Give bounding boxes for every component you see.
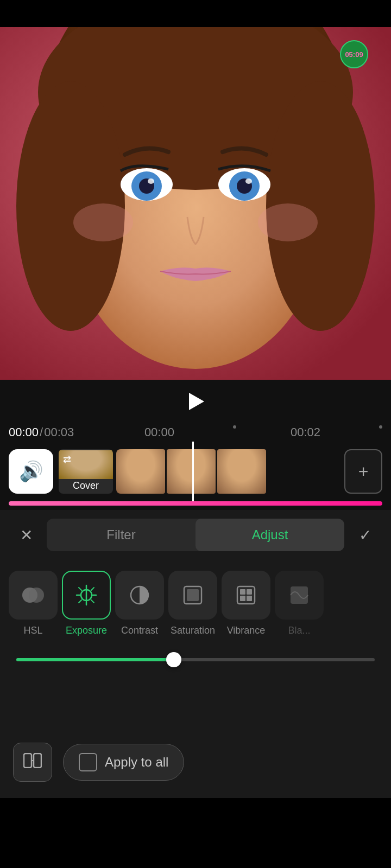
timer-text: 05:09 — [345, 50, 363, 59]
svg-point-14 — [245, 178, 252, 184]
video-preview: 05:09 — [0, 27, 391, 380]
tab-bar: ✕ Filter Adjust ✓ — [0, 510, 391, 560]
tab-filter[interactable]: Filter — [47, 519, 195, 551]
svg-line-24 — [79, 588, 81, 590]
confirm-button[interactable]: ✓ — [350, 520, 380, 550]
vibrance-label: Vibrance — [227, 625, 266, 636]
saturation-icon-wrap — [168, 571, 217, 620]
top-bar — [0, 0, 391, 27]
marker-dot-1 — [233, 425, 236, 429]
contrast-icon — [128, 583, 152, 607]
tool-blacks[interactable]: Bla... — [275, 571, 324, 636]
tab-adjust[interactable]: Adjust — [195, 519, 344, 551]
apply-to-all-checkbox[interactable] — [79, 753, 97, 771]
exposure-icon — [74, 583, 98, 607]
marker-2: 00:02 — [291, 425, 320, 439]
total-time: 00:03 — [44, 425, 74, 439]
tab-filter-label: Filter — [106, 527, 135, 542]
split-compare-icon — [23, 753, 42, 772]
timeline-area: 00:00 / 00:03 00:00 00:02 🔊 Cover ⇄ — [0, 423, 391, 510]
split-compare-button[interactable] — [13, 743, 52, 782]
filmstrip-frame-3 — [217, 449, 266, 494]
tool-saturation[interactable]: Saturation — [168, 571, 217, 636]
play-controls — [0, 380, 391, 423]
blacks-icon — [287, 583, 311, 607]
cover-label: Cover — [72, 479, 100, 493]
adjust-tools: HSL Exposure — [0, 560, 391, 647]
svg-rect-38 — [24, 754, 31, 768]
close-button[interactable]: ✕ — [11, 520, 41, 550]
marker-1: 00:00 — [144, 425, 174, 439]
exposure-slider-fill — [16, 658, 174, 661]
svg-line-26 — [91, 588, 94, 590]
play-icon — [189, 393, 204, 410]
tool-contrast[interactable]: Contrast — [115, 571, 164, 636]
exposure-label: Exposure — [66, 625, 107, 636]
audio-icon: 🔊 — [19, 460, 43, 483]
svg-rect-36 — [247, 596, 252, 601]
apply-to-all-label: Apply to all — [105, 755, 168, 770]
tool-hsl[interactable]: HSL — [9, 571, 58, 636]
svg-line-25 — [91, 600, 94, 603]
tool-vibrance[interactable]: Vibrance — [222, 571, 270, 636]
cover-thumbnail[interactable]: Cover ⇄ — [59, 449, 113, 494]
exposure-slider-track[interactable] — [16, 658, 375, 661]
exposure-slider-area — [0, 647, 391, 672]
contrast-label: Contrast — [121, 625, 158, 636]
timer-badge: 05:09 — [340, 40, 368, 68]
add-clip-button[interactable]: + — [344, 449, 382, 494]
svg-point-15 — [73, 203, 133, 241]
svg-rect-35 — [240, 596, 245, 601]
vibrance-icon-wrap — [222, 571, 270, 620]
saturation-label: Saturation — [171, 625, 215, 636]
saturation-icon — [181, 583, 205, 607]
play-button[interactable] — [184, 390, 207, 413]
exposure-icon-wrap — [62, 571, 111, 620]
current-time: 00:00 — [9, 425, 39, 439]
blacks-label: Bla... — [288, 625, 310, 636]
svg-rect-34 — [247, 589, 252, 595]
split-icon — [23, 753, 42, 768]
timeline-markers: 00:00 00:02 — [144, 425, 382, 439]
filmstrip-frame-1 — [116, 449, 165, 494]
svg-point-16 — [258, 203, 318, 241]
tab-adjust-label: Adjust — [252, 527, 288, 542]
close-icon: ✕ — [20, 526, 33, 544]
bottom-actions: Apply to all — [0, 726, 391, 798]
svg-rect-33 — [240, 589, 245, 595]
tool-exposure[interactable]: Exposure — [62, 571, 111, 636]
timeline-cursor — [192, 442, 194, 501]
hsl-icon-wrap — [9, 571, 58, 620]
vibrance-icon — [234, 583, 258, 607]
swap-icon: ⇄ — [63, 454, 76, 467]
svg-point-13 — [148, 178, 154, 184]
marker-dot-2 — [379, 425, 382, 429]
add-clip-icon: + — [358, 462, 369, 482]
exposure-slider-thumb[interactable] — [166, 652, 181, 667]
contrast-icon-wrap — [115, 571, 164, 620]
tab-group: Filter Adjust — [47, 519, 344, 551]
timeline-track[interactable]: 🔊 Cover ⇄ + — [0, 442, 391, 501]
svg-point-18 — [29, 588, 44, 603]
svg-rect-39 — [34, 754, 41, 768]
svg-line-27 — [79, 600, 81, 603]
clip-color-strip — [9, 501, 382, 506]
time-separator: / — [40, 425, 43, 439]
filmstrip — [116, 449, 340, 494]
hsl-label: HSL — [23, 625, 42, 636]
svg-rect-32 — [237, 586, 255, 604]
blacks-icon-wrap — [275, 571, 324, 620]
timeline-timestamps: 00:00 / 00:03 00:00 00:02 — [0, 423, 391, 442]
svg-rect-31 — [187, 589, 199, 601]
filmstrip-frame-2 — [167, 449, 216, 494]
bottom-panel: ✕ Filter Adjust ✓ HSL — [0, 510, 391, 798]
audio-button[interactable]: 🔊 — [9, 449, 53, 494]
hsl-icon — [21, 583, 45, 607]
confirm-icon: ✓ — [359, 526, 371, 544]
video-frame — [0, 27, 391, 380]
apply-to-all-button[interactable]: Apply to all — [63, 744, 184, 781]
